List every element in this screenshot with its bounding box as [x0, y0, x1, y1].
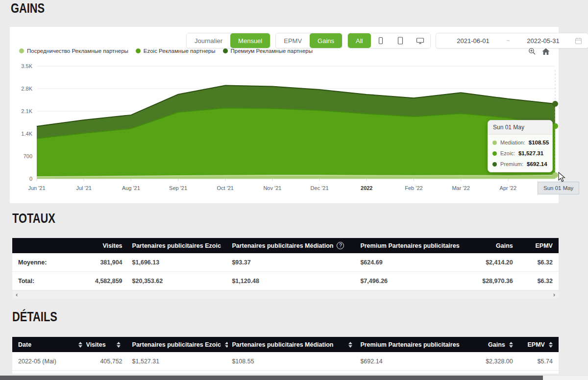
table-header-row: VisitesPartenaires publicitaires EzoicPa…	[12, 238, 559, 253]
value-cell: $1,120.48	[228, 278, 356, 285]
svg-text:2.1K: 2.1K	[21, 108, 32, 114]
totals-table: VisitesPartenaires publicitaires EzoicPa…	[12, 238, 559, 290]
row-label-cell: Total:	[12, 278, 86, 285]
tooltip-title: Sun 01 May	[488, 120, 552, 135]
gains-chart-card: Journalier Mensuel EPMV Gains All	[10, 27, 559, 203]
sort-up-arrow	[117, 342, 121, 344]
crosshair-marker-mediation	[552, 172, 558, 178]
value-cell: $1,696.13	[124, 259, 228, 266]
value-cell: $5.74	[515, 358, 559, 365]
sort-up-arrow	[509, 342, 513, 344]
value-cell: $624.69	[356, 259, 463, 266]
tooltip-series-dot	[492, 162, 497, 166]
table-header-row: DateVisitesPartenaires publicitaires Ezo…	[12, 337, 559, 352]
tooltip-row-1: Mediation:$108.55	[492, 140, 548, 145]
svg-text:Aug '21: Aug '21	[122, 185, 140, 191]
row-label-cell: Moyenne:	[12, 259, 86, 266]
svg-text:2022: 2022	[361, 185, 372, 191]
column-header-label: Partenaires publicitaires Ezoic	[132, 341, 221, 348]
value-cell: $108.55	[228, 358, 356, 365]
scroll-right-icon[interactable]: ›	[553, 291, 555, 298]
value-cell: $6.32	[515, 278, 559, 285]
value-cell: 2022-05 (Mai)	[12, 358, 86, 365]
column-header-label: Date	[18, 341, 31, 348]
sort-icon[interactable]	[78, 342, 82, 348]
tooltip-series-dot	[492, 141, 497, 145]
column-header[interactable]: Partenaires publicitaires Médiation	[228, 341, 356, 348]
sort-icon[interactable]	[549, 342, 553, 348]
scroll-left-icon[interactable]: ‹	[16, 291, 18, 298]
svg-text:Mar '22: Mar '22	[452, 185, 469, 191]
table-row: 2022-05 (Mai)405,752$1,527.31$108.55$692…	[12, 352, 559, 371]
column-header[interactable]: EPMV	[515, 341, 559, 348]
tooltip-series-value: $1,527.31	[518, 150, 543, 156]
svg-text:Apr '22: Apr '22	[500, 185, 517, 191]
value-cell: $1,527.31	[124, 358, 228, 365]
column-header[interactable]: Partenaires publicitaires Ezoic	[124, 341, 228, 348]
column-header-label: Premium Partenaires publicitaires	[360, 341, 459, 348]
sort-icon[interactable]	[117, 342, 121, 348]
column-header[interactable]: Visites	[86, 341, 124, 348]
svg-text:Feb '22: Feb '22	[405, 185, 422, 191]
column-header: Partenaires publicitaires Ezoic	[124, 242, 228, 249]
value-cell: $93.37	[228, 259, 356, 266]
svg-text:0: 0	[29, 176, 32, 182]
crosshair-date-label: Sun 01 May	[538, 182, 579, 194]
column-header: Premium Partenaires publicitaires?	[356, 242, 463, 249]
column-header-label: Partenaires publicitaires Ezoic	[132, 242, 221, 249]
svg-text:1.4K: 1.4K	[21, 131, 32, 137]
crosshair-marker-premium	[552, 101, 558, 107]
areas	[37, 85, 555, 179]
tooltip-series-value: $108.55	[529, 140, 549, 145]
horizontal-scrollbar-thumb[interactable]	[0, 376, 543, 380]
column-header-label: Gains	[496, 242, 513, 249]
tooltip-series-label: Premium:	[500, 161, 523, 167]
table-row: Total:4,582,859$20,353.62$1,120.48$7,496…	[12, 272, 559, 290]
details-heading: DÉTAILS	[12, 309, 57, 325]
value-cell: $2,414.20	[463, 259, 515, 266]
column-header[interactable]: Gains	[463, 341, 515, 348]
sort-down-arrow	[509, 345, 513, 348]
column-header-label: Visites	[102, 242, 122, 249]
tooltip-row-3: Premium:$692.14	[492, 161, 548, 167]
column-header: Gains	[463, 242, 515, 249]
value-cell: 381,904	[86, 259, 124, 266]
column-header[interactable]: Premium Partenaires publicitaires	[356, 341, 463, 348]
column-header[interactable]: Date	[12, 341, 86, 348]
page-title: GAINS	[11, 0, 45, 16]
page: GAINS Journalier Mensuel EPMV Gains All	[0, 0, 588, 380]
tooltip-series-label: Ezoic:	[500, 150, 515, 156]
value-cell: 4,582,859	[86, 278, 124, 285]
tooltip-series-value: $692.14	[527, 161, 547, 167]
horizontal-scrollbar	[0, 375, 588, 380]
sort-up-arrow	[348, 342, 352, 344]
column-header-label: EPMV	[528, 341, 545, 348]
sort-icon[interactable]	[509, 342, 513, 348]
tooltip-series-label: Mediation:	[500, 140, 525, 145]
sort-icon[interactable]	[348, 342, 352, 348]
sort-down-arrow	[117, 345, 121, 348]
column-header-label: Partenaires publicitaires Médiation	[232, 341, 333, 348]
svg-text:700: 700	[24, 153, 32, 159]
value-cell: $20,353.62	[124, 278, 228, 285]
column-header: Visites	[86, 242, 124, 249]
help-icon[interactable]: ?	[337, 242, 344, 249]
svg-text:2.8K: 2.8K	[21, 86, 32, 92]
crosshair-marker-ezoic	[552, 123, 558, 129]
sort-up-arrow	[78, 342, 82, 344]
value-cell: $7,496.26	[356, 278, 463, 285]
chart-tooltip: Sun 01 May Mediation:$108.55Ezoic:$1,527…	[488, 120, 553, 172]
details-table: DateVisitesPartenaires publicitaires Ezo…	[12, 337, 559, 374]
value-cell: $28,970.36	[463, 278, 515, 285]
column-header-label: Premium Partenaires publicitaires	[360, 242, 459, 249]
stacked-area-chart[interactable]: 07001.4K2.1K2.8K3.5KJun '21Jul '21Aug '2…	[10, 27, 559, 203]
tooltip-row-2: Ezoic:$1,527.31	[492, 150, 548, 156]
calendar-icon[interactable]	[575, 37, 582, 45]
sort-down-arrow	[348, 345, 352, 348]
svg-text:Oct '21: Oct '21	[217, 185, 234, 191]
svg-text:Nov '21: Nov '21	[263, 185, 281, 191]
tooltip-series-dot	[492, 151, 497, 156]
svg-text:Dec '21: Dec '21	[311, 185, 329, 191]
column-header-label: Visites	[86, 341, 106, 348]
column-header: Partenaires publicitaires Médiation?	[228, 242, 356, 249]
